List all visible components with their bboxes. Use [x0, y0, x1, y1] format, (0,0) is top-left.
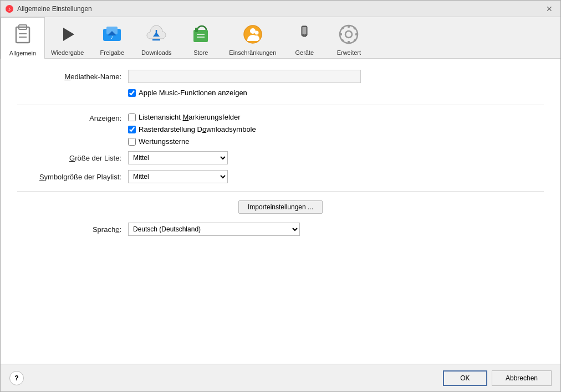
groesse-label: Größe der Liste:	[17, 154, 128, 162]
svg-rect-28	[348, 25, 350, 28]
anzeigen-section: Anzeigen: Listenansicht Markierungsfelde…	[17, 113, 544, 146]
tab-allgemein-label: Allgemein	[9, 50, 36, 56]
tab-geraete[interactable]: Geräte	[282, 17, 327, 58]
apple-music-checkbox-label[interactable]: Apple Music-Funktionen anzeigen	[128, 89, 247, 97]
title-bar: ♪ Allgemeine Einstellungen ✕	[1, 1, 560, 17]
bottom-left: ?	[9, 371, 443, 385]
svg-rect-25	[303, 36, 306, 37]
symbolgroesse-row: Symbolgröße der Playlist: Mittel Klein G…	[17, 170, 544, 183]
checkbox2-label[interactable]: Rasterdarstellung Downloadsymbole	[128, 125, 256, 133]
content-area: Mediathek-Name: Apple Music-Funktionen a…	[1, 59, 560, 364]
ok-button[interactable]: OK	[443, 370, 487, 386]
svg-rect-15	[195, 28, 198, 32]
svg-text:♪: ♪	[111, 34, 114, 40]
tab-downloads-label: Downloads	[141, 49, 171, 56]
svg-point-20	[250, 28, 256, 34]
tab-allgemein[interactable]: Allgemein	[1, 17, 45, 59]
close-button[interactable]: ✕	[543, 2, 556, 16]
svg-point-27	[345, 31, 352, 38]
store-icon	[187, 21, 214, 48]
tab-downloads[interactable]: Downloads	[134, 17, 178, 58]
svg-point-24	[304, 34, 305, 35]
checkbox2-text: Rasterdarstellung Downloadsymbole	[139, 125, 256, 133]
wiedergabe-icon	[54, 21, 81, 48]
svg-rect-29	[348, 41, 350, 44]
checkbox-listenansicht[interactable]	[128, 114, 136, 121]
tab-einschraenkungen[interactable]: Einschränkungen	[223, 17, 282, 58]
tab-erweitert[interactable]: Erweitert	[327, 17, 371, 58]
downloads-icon	[143, 21, 170, 48]
bottom-bar: ? OK Abbrechen	[1, 364, 560, 391]
tab-geraete-label: Geräte	[295, 49, 314, 56]
svg-marker-6	[63, 28, 74, 41]
checkbox-wertungssterne[interactable]	[128, 138, 136, 146]
toolbar: Allgemein Wiedergabe ♪ Freigabe	[1, 17, 560, 59]
tab-wiedergabe-label: Wiedergabe	[51, 49, 84, 56]
import-row: Importeinstellungen ...	[17, 200, 544, 214]
tab-wiedergabe[interactable]: Wiedergabe	[45, 17, 90, 58]
import-button[interactable]: Importeinstellungen ...	[238, 200, 323, 214]
symbolgroesse-select[interactable]: Mittel Klein Groß	[128, 170, 228, 183]
erweitert-icon	[335, 21, 362, 48]
tab-freigabe-label: Freigabe	[100, 49, 124, 56]
checkbox1-label[interactable]: Listenansicht Markierungsfelder	[128, 113, 256, 121]
window-title: Allgemeine Einstellungen	[17, 5, 543, 13]
main-window: ♪ Allgemeine Einstellungen ✕ Allgemein	[0, 0, 561, 392]
separator-1	[17, 105, 544, 105]
bottom-right: OK Abbrechen	[443, 370, 552, 386]
symbolgroesse-label: Symbolgröße der Playlist:	[17, 173, 128, 181]
anzeigen-label: Anzeigen:	[17, 113, 128, 122]
svg-text:♪: ♪	[8, 6, 11, 12]
checkbox1-text: Listenansicht Markierungsfelder	[139, 113, 241, 121]
sprache-row: Sprache: Deutsch (Deutschland) English F…	[17, 223, 544, 236]
tab-freigabe[interactable]: ♪ Freigabe	[90, 17, 134, 58]
app-icon: ♪	[5, 4, 14, 13]
checkbox3-label[interactable]: Wertungssterne	[128, 137, 256, 146]
mediathek-label: Mediathek-Name:	[17, 73, 128, 81]
tab-store[interactable]: Store	[178, 17, 223, 58]
tab-store-label: Store	[193, 49, 208, 56]
svg-rect-23	[303, 27, 307, 34]
mediathek-row: Mediathek-Name:	[17, 70, 544, 83]
sprache-select[interactable]: Deutsch (Deutschland) English Français	[128, 223, 300, 236]
checkbox3-text: Wertungssterne	[139, 137, 190, 146]
svg-rect-31	[355, 33, 358, 35]
checkboxes-group: Listenansicht Markierungsfelder Rasterda…	[128, 113, 256, 146]
sprache-label: Sprache:	[17, 225, 128, 234]
einschraenkungen-icon	[239, 21, 266, 48]
apple-music-label-text: Apple Music-Funktionen anzeigen	[139, 89, 247, 97]
cancel-button[interactable]: Abbrechen	[492, 370, 552, 386]
help-button[interactable]: ?	[9, 371, 24, 385]
geraete-icon	[291, 21, 318, 48]
separator-2	[17, 191, 544, 192]
apple-music-row: Apple Music-Funktionen anzeigen	[17, 89, 544, 97]
groesse-select[interactable]: Mittel Klein Groß	[128, 151, 228, 164]
groesse-row: Größe der Liste: Mittel Klein Groß	[17, 151, 544, 164]
svg-point-21	[254, 31, 258, 35]
freigabe-icon: ♪	[99, 21, 125, 48]
mediathek-input[interactable]	[128, 70, 361, 83]
svg-rect-30	[339, 33, 342, 35]
checkbox-rasterdarstellung[interactable]	[128, 126, 136, 133]
apple-music-checkbox[interactable]	[128, 89, 136, 97]
allgemein-icon	[9, 22, 36, 48]
tab-erweitert-label: Erweitert	[337, 49, 361, 56]
tab-einschraenkungen-label: Einschränkungen	[229, 49, 276, 56]
